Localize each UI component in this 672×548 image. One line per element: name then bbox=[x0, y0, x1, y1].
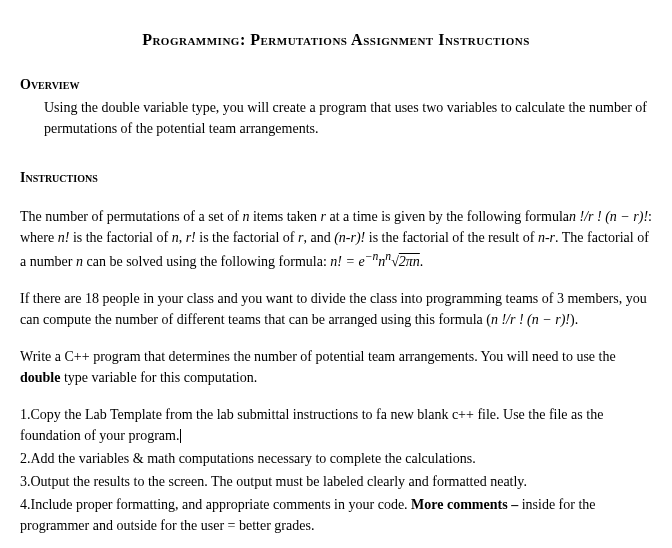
overview-body: Using the double variable type, you will… bbox=[44, 97, 652, 139]
list-item-3: 3. Output the results to the screen. The… bbox=[20, 471, 652, 492]
list-item-4: 4. Include proper formatting, and approp… bbox=[20, 494, 652, 536]
instructions-header: Instructions bbox=[20, 167, 652, 188]
var-nrf: (n-r)! bbox=[334, 230, 365, 245]
text: items taken bbox=[249, 209, 320, 224]
text: Write a C++ program that determines the … bbox=[20, 349, 616, 364]
root-symbol: √ bbox=[391, 254, 399, 269]
radicand: 2πn bbox=[399, 254, 420, 269]
list-item-1: 1. Copy the Lab Template from the lab su… bbox=[20, 404, 652, 446]
text: Add the variables & math computations ne… bbox=[31, 451, 476, 466]
text: , bbox=[179, 230, 186, 245]
text: is the factorial of bbox=[196, 230, 298, 245]
var-nr: n-r bbox=[538, 230, 555, 245]
list-number: 1. bbox=[20, 404, 31, 425]
var-n: n bbox=[172, 230, 179, 245]
text: type variable for this computation. bbox=[60, 370, 257, 385]
list-number: 3. bbox=[20, 471, 31, 492]
superscript: −n bbox=[365, 250, 379, 263]
list-item-2: 2. Add the variables & math computations… bbox=[20, 448, 652, 469]
text: The number of permutations of a set of bbox=[20, 209, 242, 224]
text: . bbox=[420, 254, 424, 269]
text: can be solved using the following formul… bbox=[83, 254, 330, 269]
text: is the factorial of bbox=[69, 230, 171, 245]
var-n: n bbox=[76, 254, 83, 269]
emphasis: More comments – bbox=[411, 497, 518, 512]
text: , and bbox=[303, 230, 334, 245]
text: Include proper formatting, and appropria… bbox=[31, 497, 412, 512]
text: Copy the Lab Template from the lab submi… bbox=[20, 407, 603, 443]
instructions-list: 1. Copy the Lab Template from the lab su… bbox=[20, 404, 652, 536]
formula-stirling: n! = e−nnn√2πn bbox=[330, 254, 420, 269]
list-number: 4. bbox=[20, 494, 31, 515]
instructions-para-3: Write a C++ program that determines the … bbox=[20, 346, 652, 388]
text: Output the results to the screen. The ou… bbox=[31, 474, 527, 489]
instructions-para-1: The number of permutations of a set of n… bbox=[20, 206, 652, 272]
var-rf: r! bbox=[186, 230, 196, 245]
formula: n !/r ! (n − r)! bbox=[491, 312, 570, 327]
overview-header: Overview bbox=[20, 74, 652, 95]
text: at a time is given by the following form… bbox=[326, 209, 569, 224]
page-title: Programming: Permutations Assignment Ins… bbox=[20, 28, 652, 52]
list-number: 2. bbox=[20, 448, 31, 469]
instructions-para-2: If there are 18 people in your class and… bbox=[20, 288, 652, 330]
text: is the factorial of the result of bbox=[365, 230, 538, 245]
keyword-double: double bbox=[20, 370, 60, 385]
var-nf: n! bbox=[58, 230, 70, 245]
formula: n !/r ! (n − r)! bbox=[569, 209, 648, 224]
text: n! = e bbox=[330, 254, 364, 269]
text: ). bbox=[570, 312, 578, 327]
